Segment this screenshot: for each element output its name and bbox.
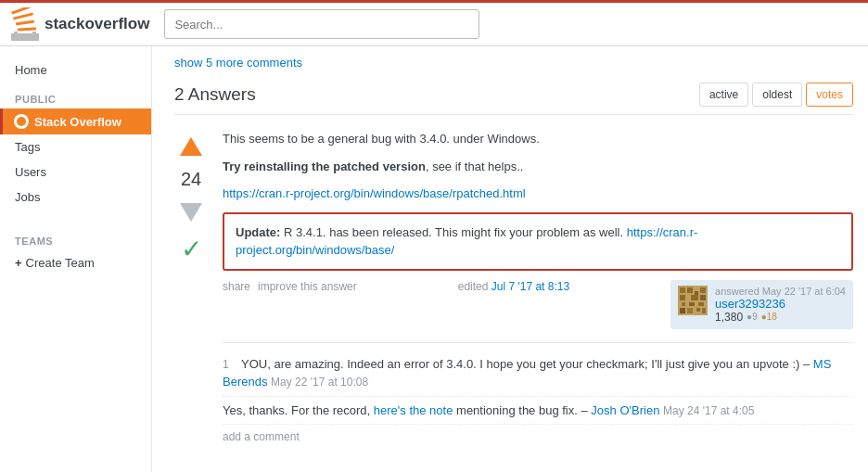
sidebar-item-users[interactable]: Users bbox=[0, 159, 151, 185]
answer-text-line2: Try reinstalling the patched version, se… bbox=[223, 158, 853, 176]
svg-rect-13 bbox=[680, 295, 685, 300]
update-box: Update: R 3.4.1. has been released. This… bbox=[223, 212, 853, 271]
sort-oldest-button[interactable]: oldest bbox=[752, 83, 802, 107]
note-link[interactable]: here's the note bbox=[374, 403, 453, 417]
comment-item: 1 YOU, are amazing. Indeed an error of 3… bbox=[223, 351, 853, 397]
sidebar-section-teams: TEAMS bbox=[0, 224, 151, 250]
so-icon bbox=[14, 114, 29, 129]
accepted-checkmark[interactable]: ✓ bbox=[181, 236, 202, 262]
answers-count: 2 Answers bbox=[174, 84, 256, 105]
plus-icon: + bbox=[15, 256, 22, 270]
sidebar: Home PUBLIC Stack Overflow Tags Users Jo… bbox=[0, 46, 152, 472]
create-team-button[interactable]: + Create Team bbox=[0, 250, 151, 275]
user-info: answered May 22 '17 at 6:04 user3293236 … bbox=[715, 286, 846, 324]
answers-header: 2 Answers active oldest votes bbox=[174, 83, 853, 115]
svg-rect-2 bbox=[14, 32, 18, 41]
comment-text: YOU, are amazing. Indeed an error of 3.4… bbox=[241, 357, 810, 371]
answers-sort: active oldest votes bbox=[699, 83, 853, 107]
answered-date: answered May 22 '17 at 6:04 bbox=[715, 286, 846, 297]
user-card: answered May 22 '17 at 6:04 user3293236 … bbox=[670, 280, 853, 329]
cran-link-para: https://cran.r-project.org/bin/windows/b… bbox=[223, 185, 853, 203]
svg-rect-9 bbox=[680, 287, 685, 293]
svg-rect-5 bbox=[16, 20, 34, 26]
comment-date2: May 24 '17 at 4:05 bbox=[663, 404, 754, 417]
stackoverflow-logo-icon bbox=[11, 7, 39, 41]
svg-rect-19 bbox=[680, 308, 685, 313]
comment-user2-link[interactable]: Josh O'Brien bbox=[591, 403, 659, 417]
user-name-link[interactable]: user3293236 bbox=[715, 297, 846, 311]
svg-rect-11 bbox=[695, 291, 698, 295]
comment-date: May 22 '17 at 10:08 bbox=[271, 376, 368, 389]
comment-text2b: mentioning the bug fix. – bbox=[456, 403, 588, 417]
search-input[interactable] bbox=[164, 9, 479, 39]
answer-actions: share improve this answer bbox=[223, 280, 357, 293]
share-link[interactable]: share bbox=[223, 280, 250, 293]
svg-rect-20 bbox=[687, 308, 693, 313]
svg-rect-14 bbox=[691, 295, 698, 300]
sort-active-button[interactable]: active bbox=[699, 83, 748, 107]
answer-text-line1: This seems to be a general bug with 3.4.… bbox=[223, 130, 853, 148]
logo-area[interactable]: stackoverflow bbox=[11, 7, 149, 41]
svg-rect-18 bbox=[698, 302, 704, 306]
user-reputation: 1,380 ●9 ●18 bbox=[715, 311, 846, 324]
update-label: Update: bbox=[236, 225, 280, 239]
sidebar-item-stackoverflow[interactable]: Stack Overflow bbox=[0, 108, 151, 134]
add-comment-link[interactable]: add a comment bbox=[223, 430, 300, 443]
svg-rect-10 bbox=[687, 287, 693, 293]
main-content: show 5 more comments 2 Answers active ol… bbox=[152, 46, 868, 472]
svg-rect-12 bbox=[700, 287, 706, 293]
improve-link[interactable]: improve this answer bbox=[258, 280, 357, 293]
answer-body: This seems to be a general bug with 3.4.… bbox=[223, 130, 853, 443]
badge-bronze: ●18 bbox=[761, 312, 777, 322]
svg-rect-7 bbox=[11, 7, 32, 15]
vote-up-button[interactable] bbox=[174, 130, 208, 163]
svg-rect-22 bbox=[702, 308, 706, 313]
comment-item: Yes, thanks. For the record, here's the … bbox=[223, 397, 853, 426]
sort-votes-button[interactable]: votes bbox=[806, 83, 853, 107]
comment-num: 1 bbox=[223, 358, 229, 371]
sidebar-item-tags[interactable]: Tags bbox=[0, 134, 151, 159]
answer-footer: share improve this answer edited Jul 7 '… bbox=[223, 280, 853, 329]
svg-rect-21 bbox=[696, 308, 700, 312]
answer-block: 24 ✓ This seems to be a general bug with… bbox=[174, 130, 853, 443]
sidebar-section-public: PUBLIC bbox=[0, 83, 151, 108]
vote-column: 24 ✓ bbox=[174, 130, 208, 443]
logo-text: stackoverflow bbox=[45, 15, 149, 33]
sidebar-item-jobs[interactable]: Jobs bbox=[0, 185, 151, 210]
upvote-icon bbox=[180, 137, 202, 156]
svg-rect-17 bbox=[689, 302, 695, 306]
answer-text-cont: , see if that helps.. bbox=[426, 159, 524, 173]
vote-down-button[interactable] bbox=[174, 196, 208, 229]
bold-text: Try reinstalling the patched version bbox=[223, 159, 426, 173]
comment-text2: Yes, thanks. For the record, bbox=[223, 403, 374, 417]
vote-count: 24 bbox=[181, 169, 201, 190]
teams-section: TEAMS + Create Team bbox=[0, 224, 151, 275]
edit-info: edited Jul 7 '17 at 8:13 bbox=[458, 280, 569, 293]
svg-rect-15 bbox=[700, 295, 706, 300]
svg-rect-6 bbox=[13, 12, 33, 19]
svg-rect-3 bbox=[32, 32, 36, 41]
downvote-icon bbox=[180, 203, 202, 222]
svg-rect-16 bbox=[682, 302, 685, 306]
layout: Home PUBLIC Stack Overflow Tags Users Jo… bbox=[0, 46, 868, 472]
cran-rpatched-link[interactable]: https://cran.r-project.org/bin/windows/b… bbox=[223, 186, 526, 200]
edit-date-link[interactable]: Jul 7 '17 at 8:13 bbox=[491, 280, 569, 293]
topbar: stackoverflow bbox=[0, 0, 868, 46]
badge-silver: ●9 bbox=[747, 312, 758, 322]
show-more-comments-link[interactable]: show 5 more comments bbox=[174, 56, 302, 70]
user-avatar bbox=[678, 286, 708, 315]
update-text: R 3.4.1. has been released. This might f… bbox=[284, 225, 627, 239]
svg-rect-4 bbox=[18, 27, 36, 31]
comments-section: 1 YOU, are amazing. Indeed an error of 3… bbox=[223, 342, 853, 444]
sidebar-item-home[interactable]: Home bbox=[0, 57, 151, 83]
